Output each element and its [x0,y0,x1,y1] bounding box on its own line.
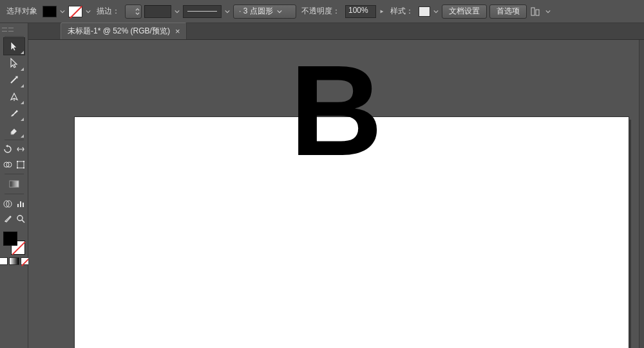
stroke-weight-dropdown-icon[interactable] [174,6,180,17]
opacity-chevron-icon[interactable] [379,6,385,17]
eraser-tool[interactable] [4,122,24,138]
stroke-label: 描边： [97,6,120,17]
style-label: 样式： [390,6,413,17]
close-icon[interactable]: × [175,26,180,36]
column-graph-tool[interactable] [14,196,27,211]
svg-rect-6 [23,161,24,162]
color-mode-row [0,257,31,265]
stroke-profile-dropdown-icon[interactable] [224,6,231,17]
work-area: 未标题-1* @ 52% (RGB/预览) × B [28,23,644,348]
paintbrush-tool[interactable] [4,105,24,122]
document-tab[interactable]: 未标题-1* @ 52% (RGB/预览) × [61,23,187,39]
stroke-weight-stepper[interactable] [125,5,142,19]
svg-rect-9 [10,181,19,187]
separator [5,36,24,37]
preferences-button[interactable]: 首选项 [489,5,527,19]
brush-definition-label: · 3 点圆形 [239,6,273,17]
zoom-tool[interactable] [14,211,27,226]
fill-color-swatch[interactable] [43,6,57,17]
style-dropdown-icon[interactable] [433,6,439,17]
brush-definition-dropdown[interactable]: · 3 点圆形 [233,5,296,19]
opacity-input[interactable]: 100% [345,5,376,18]
stroke-dropdown-icon[interactable] [85,6,91,17]
separator [5,194,24,194]
vertical-scrollbar[interactable] [639,40,644,348]
svg-rect-7 [17,167,18,169]
pen-tool[interactable] [4,88,24,105]
blend-tool[interactable] [1,196,14,211]
color-mode-solid[interactable] [0,257,8,265]
svg-rect-0 [531,8,535,15]
shape-builder-tool[interactable] [1,157,14,172]
svg-point-15 [17,215,23,221]
stroke-color-swatch-none[interactable] [68,6,82,17]
stroke-weight-input[interactable] [144,5,171,18]
selection-tool[interactable] [4,38,24,55]
graphic-style-swatch[interactable] [419,6,430,17]
separator [5,140,24,140]
select-object-label: 选拜对象 [6,6,37,17]
svg-rect-5 [17,161,18,162]
svg-rect-12 [17,204,19,207]
width-tool[interactable] [14,142,27,157]
gradient-tool[interactable] [4,176,24,192]
canvas-text-object[interactable]: B [290,46,383,175]
color-mode-gradient[interactable] [9,257,19,265]
stroke-profile-swatch[interactable] [183,5,222,18]
free-transform-tool[interactable] [14,157,27,172]
svg-rect-1 [536,10,539,15]
svg-rect-4 [17,161,24,168]
svg-rect-8 [23,167,24,169]
svg-rect-13 [20,201,21,207]
direct-selection-tool[interactable] [4,55,24,71]
options-bar: 选拜对象 描边： · 3 点圆形 不透明度： 100% 样式： 文档设置 首选项 [0,0,644,23]
slice-tool[interactable] [1,211,14,226]
document-setup-button[interactable]: 文档设置 [442,5,487,19]
rotate-tool[interactable] [1,142,14,157]
separator [5,174,24,174]
svg-rect-14 [23,203,24,207]
magic-wand-tool[interactable] [4,71,24,88]
fill-stroke-colors[interactable] [3,232,25,255]
tools-grabber[interactable] [1,26,28,32]
fill-dropdown-icon[interactable] [59,6,66,17]
main-area: 未标题-1* @ 52% (RGB/预览) × B [0,23,644,348]
opacity-label: 不透明度： [301,6,340,17]
fill-color-black[interactable] [3,232,17,246]
tools-panel [0,23,28,348]
align-icon[interactable] [529,5,542,18]
tab-bar: 未标题-1* @ 52% (RGB/预览) × [28,23,644,40]
canvas-zone[interactable]: B [28,40,644,348]
tab-title: 未标题-1* @ 52% (RGB/预览) [68,26,170,37]
align-dropdown-icon[interactable] [545,6,551,17]
